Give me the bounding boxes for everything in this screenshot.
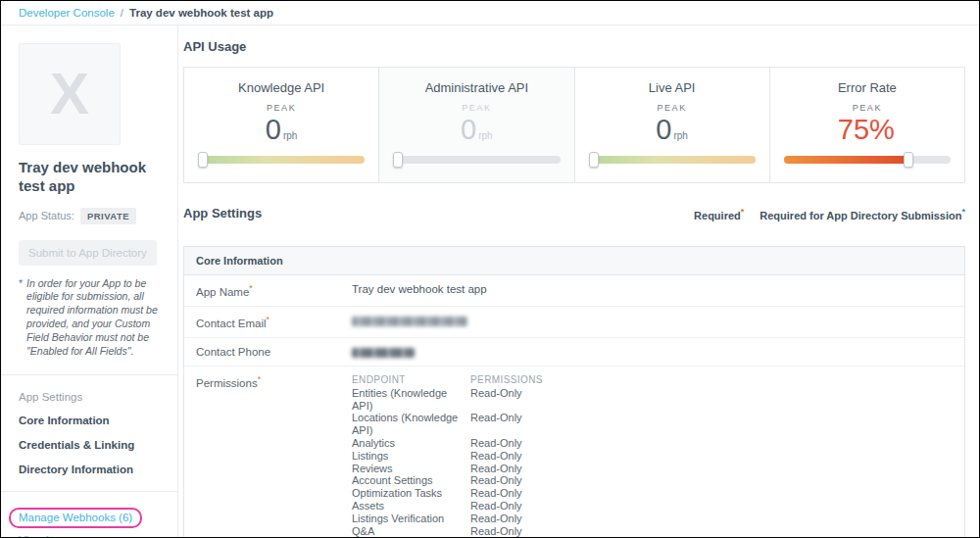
slider-handle[interactable] [589,152,599,168]
slider-handle[interactable] [198,152,208,168]
permissions-column-headers: ENDPOINT PERMISSIONS [352,374,543,387]
table-row-app-name: App Name* Tray dev webhook test app [184,275,964,307]
usage-slider[interactable] [198,152,365,168]
row-label: Contact Phone [196,346,352,358]
row-value: Tray dev webhook test app [352,283,487,298]
app-title: Tray dev webhook test app [19,159,160,196]
sidebar-item-credentials-linking[interactable]: Credentials & Linking [19,439,160,451]
panel-title: Knowledge API [198,80,365,95]
permission-row: Optimization TasksRead-Only [352,487,543,500]
table-row-contact-email: Contact Email* [184,307,964,338]
error-rate-slider[interactable] [784,152,951,168]
peak-label: PEAK [198,103,365,113]
app-logo-placeholder: X [19,43,121,145]
panel-error-rate: Error Rate PEAK 75% [769,68,964,182]
table-row-permissions: Permissions* ENDPOINT PERMISSIONS Entiti… [184,367,964,537]
panel-title: Error Rate [784,80,951,95]
peak-value: 0rph [393,115,560,144]
panel-title: Administrative API [393,80,560,95]
sidebar-action-links: Manage Webhooks (6) View Logs Delete App [19,508,160,538]
panel-administrative-api: Administrative API PEAK 0rph [378,68,573,182]
slider-handle[interactable] [904,152,913,168]
permission-row: AnalyticsRead-Only [352,437,543,450]
redacted-email-blur [352,317,467,326]
unit-label: rph [673,130,687,141]
breadcrumb: Developer Console / Tray dev webhook tes… [1,1,979,25]
sidebar-divider [1,374,177,375]
required-asterisk: * [741,207,745,217]
api-usage-panels: Knowledge API PEAK 0rph Administrative A… [183,67,965,183]
app-status-label: App Status: [19,210,74,221]
permission-row: Account SettingsRead-Only [352,474,543,487]
manage-webhooks-link[interactable]: Manage Webhooks (6) [19,512,132,523]
breadcrumb-separator: / [121,7,123,19]
sidebar-item-directory-information[interactable]: Directory Information [19,464,160,475]
slider-handle[interactable] [393,152,403,168]
permission-row: Q&ARead-Only [352,525,543,537]
table-header-core-information: Core Information [184,247,964,275]
slider-track [198,156,365,164]
status-badge: PRIVATE [80,208,136,224]
peak-value: 75% [784,115,951,144]
table-row-contact-phone: Contact Phone [184,338,964,367]
permissions-list: ENDPOINT PERMISSIONS Entities (Knowledge… [352,374,543,537]
sidebar-item-core-information[interactable]: Core Information [19,415,160,426]
submit-to-app-directory-button[interactable]: Submit to App Directory [19,240,157,266]
note-text: In order for your App to be eligible for… [26,277,160,360]
permission-row: AssetsRead-Only [352,500,543,513]
permission-row: Locations (Knowledge API)Read-Only [352,412,543,437]
peak-label: PEAK [784,103,951,113]
nav-section-app-settings: App Settings [19,391,160,403]
legend-required-labels: Required* Required for App Directory Sub… [694,207,965,221]
row-value-redacted [352,346,415,358]
row-label: Permissions* [196,374,352,537]
slider-track [393,156,560,164]
unit-label: rph [478,130,492,141]
core-information-table: Core Information App Name* Tray dev webh… [183,246,965,537]
row-label: App Name* [196,283,352,298]
view-logs-link[interactable]: View Logs [19,534,160,538]
peak-label: PEAK [393,103,560,113]
breadcrumb-current-app: Tray dev webhook test app [129,7,273,19]
required-directory-legend: Required for App Directory Submission* [760,207,965,221]
slider-fill [784,156,909,164]
app-settings-title: App Settings [183,206,262,220]
permission-row: ReviewsRead-Only [352,463,543,475]
app-status-row: App Status: PRIVATE [19,208,160,224]
submission-note: * In order for your App to be eligible f… [19,277,160,360]
panel-title: Live API [589,80,756,95]
peak-value: 0rph [198,115,365,144]
usage-slider[interactable] [393,152,560,168]
developer-console-screen: Developer Console / Tray dev webhook tes… [0,0,980,538]
directory-required-asterisk: * [961,207,965,217]
panel-live-api: Live API PEAK 0rph [574,68,769,182]
app-settings-header: App Settings Required* Required for App … [183,206,965,220]
note-asterisk: * [19,277,23,360]
panel-knowledge-api: Knowledge API PEAK 0rph [184,68,378,182]
permission-row: Entities (Knowledge API)Read-Only [352,387,543,413]
breadcrumb-link-developer-console[interactable]: Developer Console [19,7,115,19]
sidebar-divider [1,491,177,492]
unit-label: rph [283,130,297,141]
usage-slider[interactable] [589,152,756,168]
main-content: API Usage Knowledge API PEAK 0rph Admini… [178,25,979,537]
row-label: Contact Email* [196,315,352,329]
peak-label: PEAK [589,103,756,113]
redacted-phone-blur [352,348,415,358]
app-sidebar: X Tray dev webhook test app App Status: … [1,25,178,537]
annotation-highlight: Manage Webhooks (6) [9,508,142,528]
required-asterisk: * [258,374,262,384]
required-asterisk: * [267,315,270,324]
permission-row: Listings VerificationRead-Only [352,513,543,525]
required-legend: Required* [694,207,744,221]
required-asterisk: * [249,283,253,293]
permission-row: ListingsRead-Only [352,450,543,463]
slider-track [589,156,756,164]
row-value-redacted [352,315,467,329]
api-usage-title: API Usage [183,39,965,54]
peak-value: 0rph [589,115,756,144]
x-logo-icon: X [50,65,89,123]
